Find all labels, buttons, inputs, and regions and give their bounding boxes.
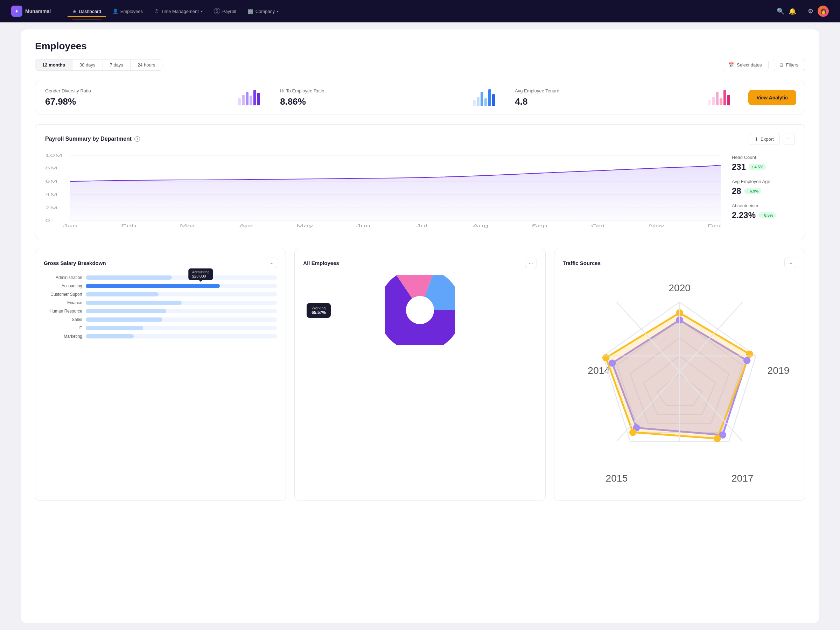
all-employees-title: All Employees	[303, 260, 339, 266]
salary-row-customer: Customer Suport	[44, 292, 277, 297]
salary-bars: Administration Accounting Accounting $23…	[44, 275, 277, 339]
page-header: Employees	[35, 41, 805, 52]
ten-bar-1	[708, 100, 711, 105]
nav-item-dashboard[interactable]: ⊞ Dashboard	[68, 6, 106, 17]
view-analytic-wrap: View Analytic	[740, 81, 805, 114]
settings-icon[interactable]: ⚙	[808, 7, 813, 15]
nav-right: 🔍 🔔 ⚙ 👩	[777, 6, 829, 17]
chart-stats: Head Count 231 ↑ 4.5% Avg Employee Age 2…	[732, 152, 795, 230]
dept-marketing: Marketing	[44, 334, 82, 339]
nav-items: ⊞ Dashboard 👤 Employees ⏱ Time Managemen…	[68, 5, 766, 17]
tab-30days[interactable]: 30 days	[73, 60, 103, 70]
nav-item-wrap-payroll: $ Payroll	[209, 5, 241, 17]
svg-text:Jun: Jun	[356, 224, 371, 228]
calendar-icon: 📅	[728, 62, 734, 68]
ten-bar-2	[712, 97, 715, 105]
filter-row: 12 months 30 days 7 days 24 hours 📅 Sele…	[35, 59, 805, 71]
svg-text:May: May	[297, 224, 313, 228]
hr-bar-3	[480, 92, 483, 106]
metric-value-hr: 8.86%	[280, 96, 324, 107]
metrics-row: Gender Diversity Ratio 67.98% Hr To Empl…	[35, 81, 805, 114]
stat-absent-label: Absenteeism	[732, 203, 795, 208]
traffic-sources-header: Traffic Sources ···	[563, 257, 796, 268]
radar-point-y4	[629, 429, 637, 436]
dept-hr: Human Resource	[44, 309, 82, 314]
bar-2	[242, 95, 245, 105]
bar-wrap-hr	[86, 309, 277, 313]
chart-actions: ⬇ Export ···	[748, 133, 795, 145]
all-employees-more-button[interactable]: ···	[525, 257, 537, 268]
bar-wrap-accounting: Accounting $23,000	[86, 284, 277, 288]
dept-sales: Sales	[44, 317, 82, 322]
nav-item-employees[interactable]: 👤 Employees	[107, 6, 148, 17]
metric-info-hr: Hr To Employee Ratio 8.86%	[280, 88, 324, 107]
avatar[interactable]: 👩	[818, 6, 829, 17]
metric-value-tenure: 4.8	[515, 96, 559, 107]
time-tabs: 12 months 30 days 7 days 24 hours	[35, 59, 163, 71]
pie-svg	[385, 275, 455, 345]
nav-item-company[interactable]: 🏢 Company ▾	[243, 6, 284, 17]
metric-label-hr: Hr To Employee Ratio	[280, 88, 324, 93]
bar-fill-hr	[86, 309, 166, 313]
gross-salary-more-button[interactable]: ···	[266, 257, 278, 268]
svg-text:Mar: Mar	[180, 224, 195, 228]
filters-button[interactable]: ⊟ Filters	[773, 59, 805, 71]
svg-text:Apr: Apr	[239, 224, 253, 228]
nav-item-wrap-company: 🏢 Company ▾	[243, 6, 284, 17]
metric-label-gender: Gender Diversity Ratio	[45, 88, 91, 93]
bar-fill-accounting	[86, 284, 220, 288]
nav-item-payroll[interactable]: $ Payroll	[209, 5, 241, 17]
metric-info-gender: Gender Diversity Ratio 67.98%	[45, 88, 91, 107]
export-icon: ⬇	[755, 136, 758, 142]
tab-24hours[interactable]: 24 hours	[131, 60, 163, 70]
pie-tooltip: Working 65.57%	[306, 303, 331, 318]
radar-svg: 2020 2019 2014 2015 2017	[563, 275, 796, 491]
metric-value-gender: 67.98%	[45, 96, 91, 107]
salary-row-sales: Sales	[44, 317, 277, 322]
bottom-row: Gross Salary Breakdown ··· Administratio…	[35, 249, 805, 501]
metric-gender-diversity: Gender Diversity Ratio 67.98%	[35, 81, 270, 114]
bell-icon[interactable]: 🔔	[789, 7, 796, 15]
svg-text:6M: 6M	[45, 180, 57, 183]
svg-text:Nov: Nov	[649, 224, 665, 228]
svg-text:0: 0	[45, 219, 50, 223]
hr-bar-4	[485, 98, 487, 106]
all-employees-card: All Employees ··· Working 65.57%	[294, 249, 545, 501]
export-button[interactable]: ⬇ Export	[748, 133, 780, 145]
chart-more-button[interactable]: ···	[783, 133, 795, 145]
metric-chart-tenure	[708, 90, 730, 105]
chart-area: 10M 8M 6M 4M 2M 0	[45, 152, 721, 230]
dept-customer: Customer Suport	[44, 292, 82, 297]
ten-bar-5	[723, 90, 726, 105]
nav-item-time[interactable]: ⏱ Time Management ▾	[149, 6, 208, 17]
metric-hr-ratio: Hr To Employee Ratio 8.86%	[270, 81, 505, 114]
bar-wrap-sales	[86, 317, 277, 322]
pie-tooltip-value: 65.57%	[311, 310, 326, 315]
salary-row-accounting: Accounting Accounting $23,000	[44, 284, 277, 288]
dept-accounting: Accounting	[44, 284, 82, 288]
absent-badge: ↑ 8.5%	[758, 212, 776, 218]
salary-row-it: IT	[44, 325, 277, 330]
salary-row-marketing: Marketing	[44, 334, 277, 339]
view-analytic-button[interactable]: View Analytic	[748, 90, 796, 105]
select-dates-button[interactable]: 📅 Select dates	[722, 59, 769, 71]
radar-chart-wrap: 2020 2019 2014 2015 2017	[563, 275, 796, 492]
tab-12months[interactable]: 12 months	[35, 60, 73, 70]
hr-bar-5	[488, 89, 491, 106]
time-icon: ⏱	[154, 8, 159, 14]
search-icon[interactable]: 🔍	[777, 7, 784, 15]
bar-wrap-marketing	[86, 334, 277, 338]
filter-icon: ⊟	[780, 62, 783, 68]
traffic-sources-more-button[interactable]: ···	[784, 257, 796, 268]
svg-text:Aug: Aug	[473, 224, 489, 228]
nav-payroll-label: Payroll	[222, 9, 236, 14]
payroll-svg: 10M 8M 6M 4M 2M 0	[45, 152, 721, 229]
tab-7days[interactable]: 7 days	[103, 60, 131, 70]
stat-headcount-label: Head Count	[732, 155, 795, 160]
main-content: Employees 12 months 30 days 7 days 24 ho…	[21, 29, 819, 623]
brand[interactable]: ✦ Munammal	[11, 6, 51, 17]
svg-text:Oct: Oct	[591, 224, 605, 228]
age-badge: ↑ 6.9%	[744, 188, 762, 194]
ten-bar-4	[720, 98, 722, 105]
ten-bar-3	[716, 92, 718, 105]
